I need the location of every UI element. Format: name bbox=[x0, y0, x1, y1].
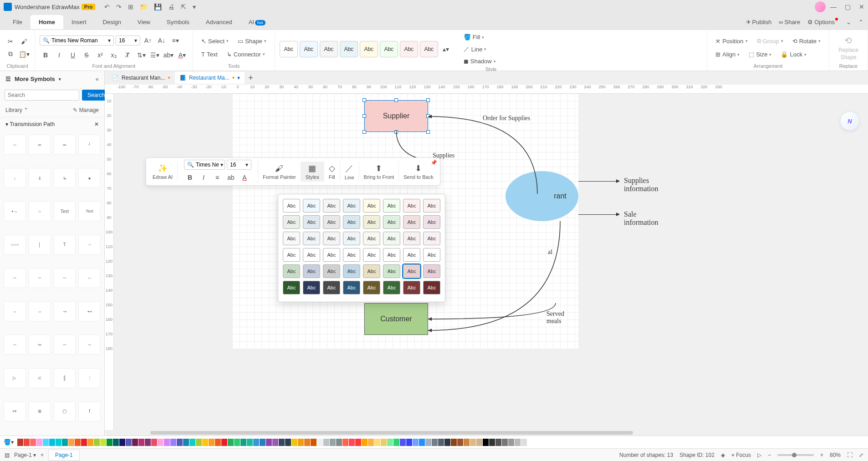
color-swatch[interactable] bbox=[266, 439, 272, 446]
publish-button[interactable]: ✈ Publish bbox=[746, 19, 772, 25]
open-icon[interactable]: 📁 bbox=[140, 3, 148, 10]
page-layout-icon[interactable]: ▤ bbox=[5, 452, 10, 458]
style-swatch[interactable]: Abc bbox=[423, 215, 440, 229]
color-swatch[interactable] bbox=[17, 439, 23, 446]
text-tool[interactable]: T Text bbox=[198, 49, 221, 60]
print-icon[interactable]: 🖨 bbox=[168, 3, 174, 10]
subscript-icon[interactable]: x₂ bbox=[108, 49, 120, 61]
font-name-select[interactable]: 🔍▾ bbox=[40, 35, 114, 46]
replace-shape-button[interactable]: ⟲ Replace Shape bbox=[834, 32, 863, 63]
shape-item[interactable]: ─ bbox=[78, 334, 101, 355]
color-swatch[interactable] bbox=[100, 439, 106, 446]
export-icon[interactable]: ⇱ bbox=[181, 3, 186, 10]
bold-icon[interactable]: B bbox=[40, 49, 51, 61]
style-swatch[interactable]: Abc bbox=[363, 281, 380, 294]
color-swatch[interactable] bbox=[330, 439, 336, 446]
arrow[interactable] bbox=[578, 181, 619, 182]
shape-item[interactable]: ═ bbox=[29, 334, 51, 355]
color-swatch[interactable] bbox=[489, 439, 495, 446]
pin-icon[interactable]: 📌 bbox=[431, 160, 437, 166]
resize-handle[interactable] bbox=[363, 114, 366, 118]
shape-item[interactable]: ─ bbox=[4, 334, 26, 355]
style-swatch[interactable]: Abc bbox=[283, 248, 300, 262]
style-swatch[interactable]: Abc bbox=[323, 232, 340, 245]
style-swatch[interactable]: Abc bbox=[363, 232, 380, 245]
style-swatch[interactable]: Abc bbox=[343, 248, 360, 262]
shape-item[interactable]: f bbox=[78, 401, 101, 421]
zoom-slider[interactable] bbox=[777, 454, 814, 456]
bring-front-button[interactable]: ⬆Bring to Front bbox=[359, 162, 399, 182]
color-swatch[interactable] bbox=[470, 439, 476, 446]
menu-design[interactable]: Design bbox=[95, 15, 129, 29]
shape-item[interactable]: ⊸ bbox=[54, 301, 76, 321]
color-swatch[interactable] bbox=[272, 439, 278, 446]
color-swatch[interactable] bbox=[362, 439, 368, 446]
color-swatch[interactable] bbox=[444, 439, 450, 446]
color-swatch[interactable] bbox=[56, 439, 61, 446]
shape-item[interactable]: ─ bbox=[54, 268, 76, 288]
color-swatch[interactable] bbox=[502, 439, 508, 446]
add-tab-icon[interactable]: + bbox=[248, 73, 253, 83]
style-swatch[interactable]: Abc bbox=[343, 264, 360, 278]
options-button[interactable]: ⚙ Options bbox=[807, 19, 839, 25]
search-input[interactable] bbox=[5, 90, 79, 101]
hamburger-icon[interactable]: ☰ bbox=[5, 76, 11, 82]
shape-item[interactable]: ┘ bbox=[78, 135, 101, 155]
style-swatch[interactable]: Abc bbox=[403, 232, 420, 245]
color-swatch[interactable] bbox=[151, 439, 157, 446]
style-swatch[interactable]: Abc bbox=[403, 264, 420, 278]
collapse-ribbon-icon[interactable]: ⌃ bbox=[858, 19, 863, 25]
shape-supplier[interactable]: Supplier bbox=[364, 100, 428, 132]
shape-item[interactable]: ─ bbox=[29, 268, 51, 288]
fill-button[interactable]: ◇Fill bbox=[324, 162, 340, 182]
style-preset[interactable]: Abc bbox=[400, 41, 418, 57]
align-dropdown-icon[interactable]: ≡▾ bbox=[169, 35, 181, 46]
color-swatch[interactable] bbox=[413, 439, 419, 446]
format-painter-icon[interactable]: 🖌 bbox=[18, 35, 30, 47]
color-swatch[interactable] bbox=[209, 439, 214, 446]
fill-bucket-icon[interactable]: 🪣▾ bbox=[4, 439, 14, 446]
color-swatch[interactable] bbox=[260, 439, 266, 446]
style-swatch[interactable]: Abc bbox=[383, 215, 400, 229]
style-swatch[interactable]: Abc bbox=[383, 264, 400, 278]
color-swatch[interactable] bbox=[476, 439, 482, 446]
close-icon[interactable]: ✕ bbox=[859, 3, 864, 10]
color-swatch[interactable] bbox=[24, 439, 30, 446]
color-swatch[interactable] bbox=[62, 439, 68, 446]
style-swatch[interactable]: Abc bbox=[303, 215, 320, 229]
style-swatch[interactable]: Abc bbox=[363, 215, 380, 229]
save-icon[interactable]: 💾 bbox=[154, 3, 162, 10]
font-color-icon[interactable]: A▾ bbox=[176, 49, 188, 61]
float-textdir-icon[interactable]: ab bbox=[225, 172, 237, 183]
shape-item[interactable]: ━ bbox=[29, 135, 51, 155]
style-swatch[interactable]: Abc bbox=[383, 199, 400, 213]
menu-insert[interactable]: Insert bbox=[63, 15, 95, 29]
color-swatch[interactable] bbox=[107, 439, 112, 446]
color-swatch[interactable] bbox=[285, 439, 291, 446]
qat-more-icon[interactable]: ▾ bbox=[193, 3, 196, 10]
style-preset[interactable]: Abc bbox=[320, 41, 338, 57]
style-preset[interactable]: Abc bbox=[360, 41, 378, 57]
style-swatch[interactable]: Abc bbox=[283, 232, 300, 245]
presentation-icon[interactable]: ▷ bbox=[757, 452, 761, 458]
color-swatch[interactable] bbox=[68, 439, 74, 446]
style-preset[interactable]: Abc bbox=[280, 41, 298, 57]
float-font-select[interactable]: 🔍▾ bbox=[184, 160, 225, 170]
style-swatch[interactable]: Abc bbox=[303, 264, 320, 278]
color-swatch[interactable] bbox=[30, 439, 36, 446]
layers-icon[interactable]: ◈ bbox=[721, 452, 725, 458]
line-spacing-icon[interactable]: ⇅▾ bbox=[135, 49, 147, 61]
color-swatch[interactable] bbox=[49, 439, 55, 446]
shape-item[interactable]: ↓ bbox=[4, 168, 26, 188]
page-tab[interactable]: Page-1 bbox=[48, 450, 80, 461]
paste-icon[interactable]: 📋▾ bbox=[18, 48, 30, 60]
zoom-in-icon[interactable]: + bbox=[820, 452, 823, 458]
undo-icon[interactable]: ↶ bbox=[104, 3, 110, 10]
style-swatch[interactable]: Abc bbox=[403, 281, 420, 294]
shape-item[interactable]: Text bbox=[78, 201, 101, 221]
shape-item[interactable]: •→ bbox=[4, 201, 26, 221]
list-icon[interactable]: ☰▾ bbox=[149, 49, 161, 61]
shape-item[interactable]: ⊕ bbox=[29, 401, 51, 421]
shape-item[interactable]: Text bbox=[54, 201, 76, 221]
shape-item[interactable]: ┄ bbox=[78, 235, 101, 255]
